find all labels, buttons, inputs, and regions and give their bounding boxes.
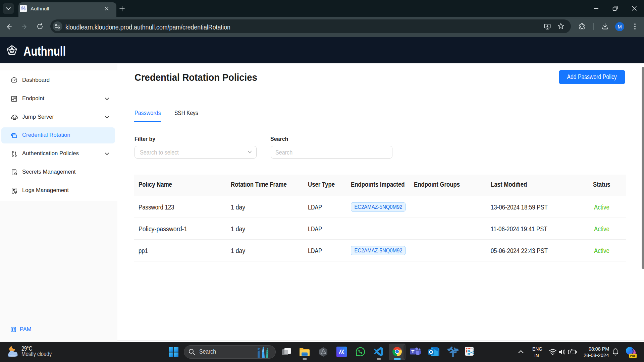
svg-text:PRE: PRE (630, 354, 636, 358)
